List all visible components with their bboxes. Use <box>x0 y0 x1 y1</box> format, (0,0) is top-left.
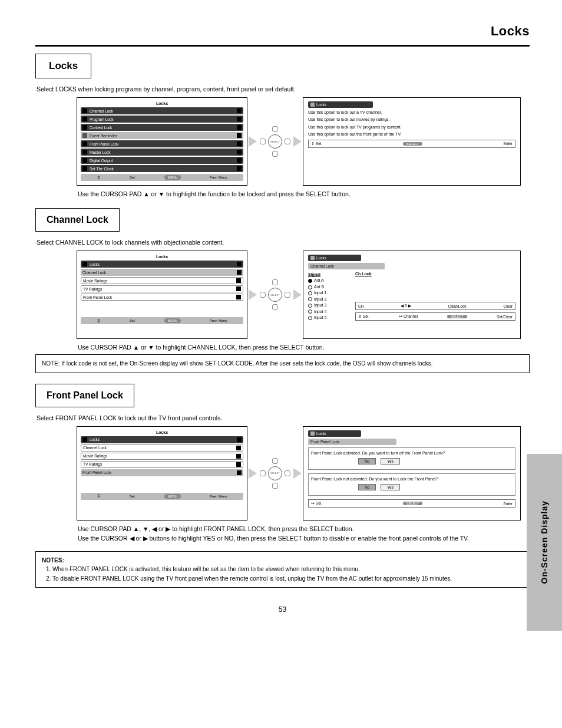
yes-button[interactable]: Yes <box>381 484 400 490</box>
menu-item[interactable]: Master Lock <box>81 149 243 156</box>
locks-menu-screen: Locks Channel Lock Program Lock Content … <box>77 97 247 186</box>
locks-detail-screen: Locks Use this option to lock out a TV c… <box>303 97 521 186</box>
menu-item[interactable]: Set The Clock <box>81 165 243 172</box>
menu-item[interactable]: Movie Ratings <box>81 277 243 284</box>
yes-button[interactable]: Yes <box>381 458 400 465</box>
menu-item[interactable]: Channel Lock <box>81 444 243 452</box>
lock-option-desc: Use this option to lock out a TV channel… <box>308 110 515 115</box>
updown-icon: ⇕ <box>97 318 101 324</box>
remote-select-icon: SELECT <box>260 459 290 488</box>
ch-row[interactable]: CH ◀ 3 ▶ Clear/Lock Clear <box>355 302 515 310</box>
signal-list: Signal Ant A Ant B Input 1 Input 2 Input… <box>308 272 349 321</box>
menu-hdr: Locks <box>81 436 243 443</box>
menu-hdr: Locks <box>81 261 243 268</box>
locks-intro: Select LOCKS when locking programs by ch… <box>37 85 530 93</box>
menu-title: Locks <box>81 101 243 106</box>
channel-lock-note: NOTE: If lock code is not set, the On-Sc… <box>35 354 530 373</box>
no-button[interactable]: No <box>358 458 376 465</box>
fpl-note-item: When FRONT PANEL LOCK is activated, this… <box>52 565 523 574</box>
menu-item[interactable]: TV Ratings <box>81 285 243 292</box>
no-button[interactable]: No <box>358 484 376 490</box>
header-rule <box>35 45 530 47</box>
locks-tab: Locks <box>35 54 91 78</box>
menu-item[interactable]: Front Panel Lock <box>81 140 243 147</box>
remote-select-icon: SELECT <box>260 280 290 309</box>
page-number: 53 <box>35 605 530 614</box>
fpl-instruction-2: Use the CURSOR ◀ or ▶ buttons to highlig… <box>78 535 530 542</box>
menu-item[interactable]: Digital Output <box>81 157 243 164</box>
channel-lock-menu-screen: Locks Locks Channel Lock Movie Ratings T… <box>77 251 247 339</box>
page-title: Locks <box>35 24 530 39</box>
detail-footer: ⇕ Sel. SELECT Enter <box>308 140 515 148</box>
side-tab: On-Screen Display <box>527 454 562 631</box>
updown-icon: ⇕ <box>97 175 101 180</box>
updown-icon: ⇕ <box>97 493 101 499</box>
lock-option-desc: Use this option to lock out TV programs … <box>308 124 515 130</box>
fpl-note-item: To disable FRONT PANEL LOCK using the TV… <box>52 575 523 583</box>
menu-item[interactable]: Movie Ratings <box>81 453 243 460</box>
menu-item[interactable]: Content Lock <box>81 124 243 131</box>
front-panel-menu-screen: Locks Locks Channel Lock Movie Ratings T… <box>77 426 247 521</box>
menu-item[interactable]: TV Ratings <box>81 461 243 468</box>
fpl-question: Front Panel Lock activated. Do you want … <box>311 450 513 456</box>
menu-title: Locks <box>81 430 243 434</box>
menu-footer: ⇕ Sel. MENU Prev. Menu <box>81 317 243 324</box>
locks-instruction: Use the CURSOR PAD ▲ or ▼ to highlight t… <box>78 190 530 197</box>
remote-select-icon: SELECT <box>260 127 290 156</box>
lock-option-desc: Use this option to lock out the front pa… <box>308 131 515 137</box>
front-panel-lock-intro: Select FRONT PANEL LOCK to lock out the … <box>37 414 530 421</box>
menu-item[interactable]: Front Panel Lock <box>81 294 243 301</box>
fpl-notes: NOTES: When FRONT PANEL LOCK is activate… <box>35 551 530 588</box>
channel-lock-instruction: Use CURSOR PAD ▲ or ▼ to highlight CHANN… <box>78 344 530 351</box>
fpl-question: Front Panel Lock not activated. Do you w… <box>311 476 513 482</box>
channel-lock-tab: Channel Lock <box>35 208 120 232</box>
detail-footer: ⇕ Sel. ⇔ Channel SELECT Set/Clear <box>355 312 515 321</box>
menu-item-highlighted[interactable]: Event Reminder <box>81 132 243 139</box>
menu-item[interactable]: Program Lock <box>81 116 243 123</box>
channel-lock-detail-screen: Locks Channel Lock Signal Ant A Ant B In… <box>303 251 521 339</box>
menu-item[interactable]: Channel Lock <box>81 107 243 114</box>
detail-footer: ⇔ Sel. SELECT Enter <box>308 499 515 508</box>
menu-footer: ⇕ Sel. MENU Prev. Menu <box>81 493 243 500</box>
front-panel-detail-screen: Locks Front Panel Lock Front Panel Lock … <box>303 426 521 521</box>
lock-option-desc: Use this option to lock out movies by ra… <box>308 117 515 122</box>
front-panel-lock-tab: Front Panel Lock <box>35 384 134 407</box>
fpl-instruction-1: Use CURSOR PAD ▲, ▼, ◀ or ▶ to highlight… <box>78 525 530 532</box>
channel-lock-intro: Select CHANNEL LOCK to lock channels wit… <box>37 239 530 246</box>
menu-item-highlighted[interactable]: Front Panel Lock <box>81 469 243 476</box>
menu-title: Locks <box>81 255 243 259</box>
menu-footer: ⇕ Sel. MENU Prev. Menu <box>81 174 243 181</box>
menu-item-highlighted[interactable]: Channel Lock <box>81 269 243 276</box>
